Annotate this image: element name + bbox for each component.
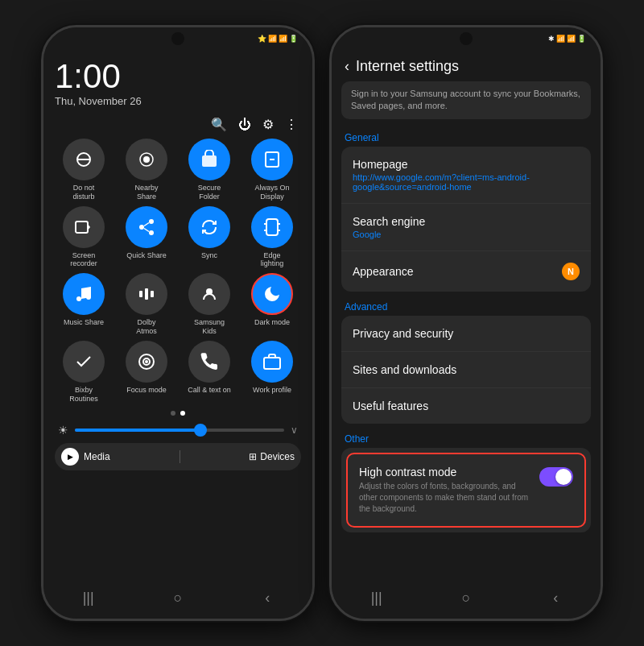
tile-icon-work-profile: [251, 341, 293, 383]
nav-back-button-right[interactable]: ‹: [539, 586, 572, 610]
svg-rect-21: [139, 291, 142, 297]
search-icon[interactable]: 🔍: [211, 117, 227, 132]
tile-quick-share[interactable]: Quick Share: [118, 206, 175, 269]
status-icons-right: ✱ 📶 📶 🔋: [548, 35, 586, 43]
settings-item-homepage[interactable]: Homepage http://www.google.com/m?client=…: [341, 147, 591, 204]
tile-sync[interactable]: Sync: [180, 206, 238, 269]
homepage-subtitle: http://www.google.com/m?client=ms-androi…: [353, 172, 580, 192]
nav-recents-button-right[interactable]: |||: [361, 586, 393, 610]
devices-label-text: Devices: [260, 451, 295, 462]
bottom-nav-left: ||| ○ ‹: [43, 580, 312, 619]
svg-point-10: [149, 230, 154, 235]
power-icon[interactable]: ⏻: [238, 118, 251, 132]
nav-home-button[interactable]: ○: [162, 586, 194, 610]
tile-music-share[interactable]: Music Share: [55, 273, 113, 336]
high-contrast-title: High contrast mode: [359, 466, 533, 478]
tile-dark-mode[interactable]: Dark mode: [243, 273, 301, 336]
toggle-thumb: [555, 469, 572, 485]
nav-recents-button[interactable]: |||: [72, 586, 105, 610]
tile-call-text[interactable]: Call & text on: [180, 341, 238, 404]
wifi-icon-right: 📶: [556, 35, 565, 43]
tile-label-screen-recorder: Screenrecorder: [70, 251, 97, 269]
more-icon[interactable]: ⋮: [285, 117, 298, 132]
useful-title: Useful features: [353, 400, 580, 412]
tile-icon-dark-mode: [251, 273, 293, 315]
top-icons-row: 🔍 ⏻ ⚙ ⋮: [55, 112, 301, 134]
dot-2: [180, 411, 185, 416]
tile-label-always-on-display: Always OnDisplay: [254, 184, 289, 201]
media-divider: [180, 450, 180, 463]
high-contrast-desc: Adjust the colors of fonts, backgrounds,…: [359, 481, 533, 515]
settings-item-high-contrast[interactable]: High contrast mode Adjust the colors of …: [346, 453, 586, 528]
tile-label-do-not-disturb: Do notdisturb: [72, 184, 94, 201]
back-button[interactable]: ‹: [345, 58, 349, 75]
camera-notch-right: [460, 32, 473, 45]
tile-icon-secure-folder: [188, 139, 230, 180]
svg-marker-8: [88, 224, 90, 230]
tile-icon-call-text: [188, 341, 230, 383]
status-icons-left: ⭐ 📶 📶 🔋: [258, 35, 298, 43]
settings-item-sites[interactable]: Sites and downloads: [341, 352, 591, 388]
svg-rect-14: [266, 219, 278, 235]
tile-dolby-atmos[interactable]: DolbyAtmos: [118, 273, 175, 336]
dot-1: [171, 411, 175, 416]
tile-do-not-disturb[interactable]: Do notdisturb: [55, 139, 113, 201]
time-display: 1:00 Thu, November 26: [55, 60, 301, 107]
tile-label-dark-mode: Dark mode: [254, 318, 290, 327]
settings-item-useful[interactable]: Useful features: [341, 388, 591, 424]
tile-label-sync: Sync: [201, 251, 217, 260]
settings-screen: ‹ Internet settings Sign in to your Sams…: [332, 50, 601, 619]
bottom-nav-right: ||| ○ ‹: [332, 580, 601, 619]
tile-nearby-share[interactable]: NearbyShare: [118, 139, 175, 201]
clock-time: 1:00: [55, 60, 301, 93]
settings-title: Internet settings: [356, 58, 459, 75]
tile-focus-mode[interactable]: Focus mode: [118, 341, 175, 404]
media-play-button[interactable]: ▶: [61, 448, 79, 466]
tile-bixby-routines[interactable]: BixbyRoutines: [55, 341, 113, 404]
settings-icon[interactable]: ⚙: [262, 117, 274, 132]
svg-rect-23: [151, 291, 154, 297]
tile-screen-recorder[interactable]: Screenrecorder: [55, 206, 113, 269]
bluetooth-icon: ⭐: [258, 35, 266, 43]
high-contrast-text-block: High contrast mode Adjust the colors of …: [359, 466, 533, 515]
sync-banner: Sign in to your Samsung account to sync …: [341, 81, 591, 119]
section-label-advanced: Advanced: [341, 296, 591, 316]
tile-samsung-kids[interactable]: SamsungKids: [180, 273, 238, 336]
svg-point-9: [149, 219, 154, 224]
brightness-chevron-icon[interactable]: ∨: [291, 424, 298, 436]
brightness-slider[interactable]: [75, 429, 284, 432]
settings-item-privacy[interactable]: Privacy and security: [341, 316, 591, 352]
section-label-other: Other: [341, 429, 591, 448]
media-label[interactable]: Media: [84, 451, 110, 462]
quick-panel-screen: 1:00 Thu, November 26 🔍 ⏻ ⚙ ⋮ Do notdist…: [43, 50, 312, 580]
devices-grid-icon: ⊞: [249, 451, 257, 462]
svg-point-20: [86, 295, 91, 300]
tile-icon-always-on-display: [251, 139, 293, 180]
settings-scroll[interactable]: Sign in to your Samsung account to sync …: [332, 81, 601, 580]
tile-secure-folder[interactable]: SecureFolder: [180, 139, 238, 201]
svg-rect-22: [145, 288, 148, 300]
svg-line-12: [144, 222, 149, 226]
tile-label-quick-share: Quick Share: [126, 251, 167, 260]
media-left: ▶ Media: [61, 448, 110, 466]
high-contrast-toggle[interactable]: [539, 467, 573, 487]
nav-home-button-right[interactable]: ○: [450, 586, 482, 610]
tile-work-profile[interactable]: Work profile: [243, 341, 301, 404]
tile-always-on-display[interactable]: Always OnDisplay: [243, 139, 301, 201]
svg-line-13: [144, 228, 149, 231]
tile-label-nearby-share: NearbyShare: [134, 184, 158, 201]
other-card: High contrast mode Adjust the colors of …: [341, 448, 591, 532]
tile-label-focus-mode: Focus mode: [126, 386, 167, 395]
settings-item-search-engine[interactable]: Search engine Google: [341, 204, 591, 251]
tile-edge-lighting[interactable]: Edgelighting: [243, 206, 301, 269]
devices-button[interactable]: ⊞ Devices: [249, 451, 295, 462]
section-label-general: General: [341, 127, 591, 147]
svg-point-11: [139, 225, 144, 230]
sig-icon-right: 📶: [567, 35, 576, 43]
svg-point-2: [143, 156, 150, 163]
nav-back-button[interactable]: ‹: [251, 586, 283, 610]
tile-label-work-profile: Work profile: [253, 386, 291, 395]
tile-icon-music-share: [63, 273, 105, 315]
search-engine-title: Search engine: [353, 215, 580, 228]
settings-item-appearance[interactable]: Appearance N: [341, 251, 591, 292]
